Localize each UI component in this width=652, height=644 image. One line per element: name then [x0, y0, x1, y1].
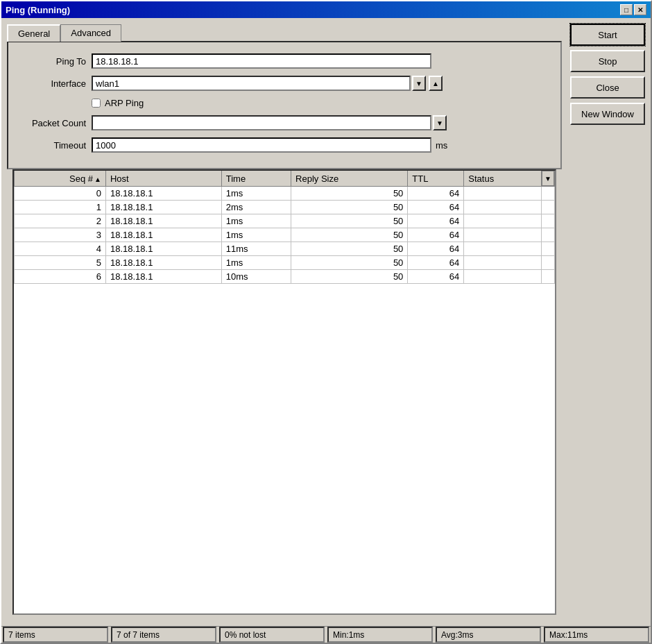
status-item-max: Max:11ms [544, 627, 649, 643]
close-button-side[interactable]: Close [570, 76, 645, 99]
status-item-avg: Avg:3ms [436, 627, 541, 643]
tab-content-general: Ping To Interface ▼ ▲ ARP Ping [7, 41, 562, 169]
status-bar: 7 items 7 of 7 items 0% not lost Min:1ms… [1, 626, 651, 643]
cell-status [464, 256, 542, 270]
table-scroll-down-button[interactable]: ▼ [542, 171, 554, 186]
arp-ping-row: ARP Ping [92, 98, 552, 108]
tab-advanced[interactable]: Advanced [60, 24, 121, 42]
cell-host: 18.18.18.1 [105, 270, 221, 284]
cell-scroll-filler [542, 256, 555, 270]
cell-seq: 6 [15, 270, 106, 284]
col-host[interactable]: Host [105, 171, 221, 187]
cell-status [464, 201, 542, 214]
title-bar-buttons: □ ✕ [620, 4, 646, 15]
cell-scroll-filler [542, 242, 555, 256]
cell-reply-size: 50 [291, 228, 408, 242]
cell-host: 18.18.18.1 [105, 201, 221, 214]
col-status[interactable]: Status [464, 171, 542, 187]
cell-host: 18.18.18.1 [105, 214, 221, 228]
cell-reply-size: 50 [291, 201, 408, 214]
cell-reply-size: 50 [291, 187, 408, 201]
interface-input[interactable] [92, 76, 411, 91]
cell-seq: 4 [15, 242, 106, 256]
cell-scroll-filler [542, 270, 555, 284]
cell-host: 18.18.18.1 [105, 187, 221, 201]
table-row: 3 18.18.18.1 1ms 50 64 [15, 228, 555, 242]
cell-host: 18.18.18.1 [105, 256, 221, 270]
stop-button[interactable]: Stop [570, 50, 645, 72]
scroll-button-header: ▼ [542, 171, 555, 187]
title-bar: Ping (Running) □ ✕ [1, 1, 651, 18]
col-reply-size[interactable]: Reply Size [291, 171, 408, 187]
cell-seq: 3 [15, 228, 106, 242]
timeout-input[interactable] [92, 137, 431, 153]
status-item-loss: 0% not lost [219, 627, 325, 643]
cell-time: 1ms [221, 214, 291, 228]
tab-general[interactable]: General [7, 24, 60, 42]
status-item-min: Min:1ms [327, 627, 433, 643]
interface-row: Interface ▼ ▲ [17, 76, 552, 91]
cell-time: 2ms [221, 201, 291, 214]
interface-dropdown-button[interactable]: ▼ [412, 76, 426, 91]
packet-count-input[interactable] [92, 115, 431, 130]
cell-seq: 2 [15, 214, 106, 228]
table-row: 4 18.18.18.1 11ms 50 64 [15, 242, 555, 256]
cell-scroll-filler [542, 214, 555, 228]
cell-time: 1ms [221, 228, 291, 242]
cell-ttl: 64 [408, 214, 464, 228]
cell-host: 18.18.18.1 [105, 242, 221, 256]
cell-reply-size: 50 [291, 270, 408, 284]
col-seq[interactable]: Seq #▲ [15, 171, 106, 187]
table-row: 5 18.18.18.1 1ms 50 64 [15, 256, 555, 270]
interface-up-button[interactable]: ▲ [429, 76, 443, 91]
timeout-row: Timeout ms [17, 137, 552, 153]
ping-to-label: Ping To [17, 56, 86, 67]
packet-count-label: Packet Count [17, 118, 86, 128]
cell-status [464, 270, 542, 284]
col-ttl[interactable]: TTL [408, 171, 464, 187]
cell-scroll-filler [542, 228, 555, 242]
cell-status [464, 214, 542, 228]
cell-time: 1ms [221, 256, 291, 270]
cell-ttl: 64 [408, 201, 464, 214]
cell-ttl: 64 [408, 270, 464, 284]
col-time[interactable]: Time [221, 171, 291, 187]
cell-seq: 0 [15, 187, 106, 201]
timeout-label: Timeout [17, 140, 86, 151]
table-row: 6 18.18.18.1 10ms 50 64 [15, 270, 555, 284]
timeout-unit: ms [436, 140, 447, 151]
cell-time: 10ms [221, 270, 291, 284]
arp-ping-checkbox[interactable] [92, 99, 101, 108]
table-row: 1 18.18.18.1 2ms 50 64 [15, 201, 555, 214]
ping-to-row: Ping To [17, 53, 552, 69]
side-buttons: Start Stop Close New Window [567, 18, 651, 626]
cell-scroll-filler [542, 187, 555, 201]
packet-count-dropdown-button[interactable]: ▼ [433, 115, 447, 130]
status-item-count: 7 items [3, 627, 108, 643]
cell-seq: 5 [15, 256, 106, 270]
cell-ttl: 64 [408, 187, 464, 201]
window-title: Ping (Running) [6, 5, 70, 15]
status-item-range: 7 of 7 items [111, 627, 216, 643]
arp-ping-label: ARP Ping [105, 98, 144, 108]
results-table: Seq #▲ Host Time Reply Size TTL Status ▼ [14, 171, 555, 284]
cell-ttl: 64 [408, 242, 464, 256]
new-window-button[interactable]: New Window [570, 103, 645, 125]
maximize-button[interactable]: □ [620, 4, 633, 15]
close-button[interactable]: ✕ [634, 4, 646, 15]
cell-host: 18.18.18.1 [105, 228, 221, 242]
packet-count-row: Packet Count ▼ [17, 115, 552, 130]
cell-reply-size: 50 [291, 214, 408, 228]
cell-reply-size: 50 [291, 242, 408, 256]
table-row: 2 18.18.18.1 1ms 50 64 [15, 214, 555, 228]
tab-bar: General Advanced [7, 24, 562, 41]
cell-ttl: 64 [408, 256, 464, 270]
cell-time: 11ms [221, 242, 291, 256]
cell-status [464, 228, 542, 242]
cell-scroll-filler [542, 201, 555, 214]
interface-select-wrapper: ▼ ▲ [92, 76, 552, 91]
start-button[interactable]: Start [570, 24, 645, 46]
ping-to-input[interactable] [92, 53, 431, 69]
main-window: Ping (Running) □ ✕ General Advanced Pi [0, 0, 652, 644]
cell-ttl: 64 [408, 228, 464, 242]
